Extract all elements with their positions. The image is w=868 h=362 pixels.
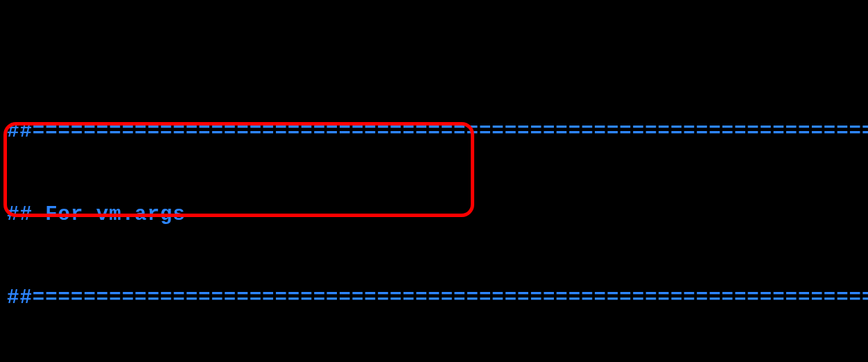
terminal-view[interactable]: ##======================================…	[0, 0, 868, 362]
config-line-divider: ##======================================…	[7, 118, 861, 146]
config-line-section-header: ## For vm.args	[7, 201, 861, 229]
config-line-divider: ##======================================…	[7, 284, 861, 312]
